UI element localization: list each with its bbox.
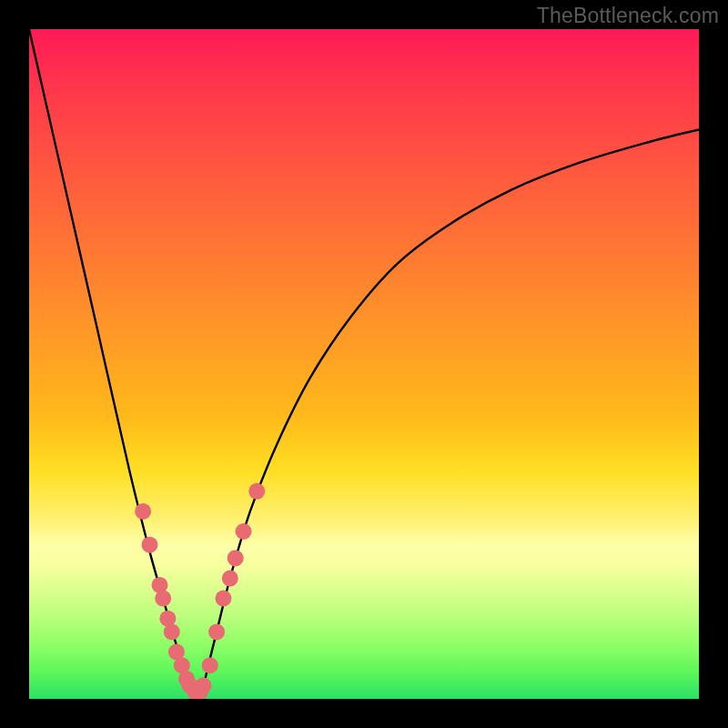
curve-marker [141,537,157,553]
curve-marker [135,503,151,520]
curve-marker [236,523,252,540]
curve-marker [222,571,238,587]
curve-marker [208,623,225,640]
bottleneck-curve [29,29,699,699]
chart-frame: TheBottleneck.com [0,0,728,728]
plot-area [29,29,699,699]
curve-marker [215,591,231,607]
curve-marker [155,591,171,607]
chart-svg [29,29,699,699]
curve-marker [195,677,211,693]
curve-marker [202,657,218,673]
watermark-text: TheBottleneck.com [537,4,719,28]
curve-marker [248,483,265,500]
curve-markers [135,483,265,699]
curve-marker [164,623,180,640]
curve-marker [228,550,244,566]
